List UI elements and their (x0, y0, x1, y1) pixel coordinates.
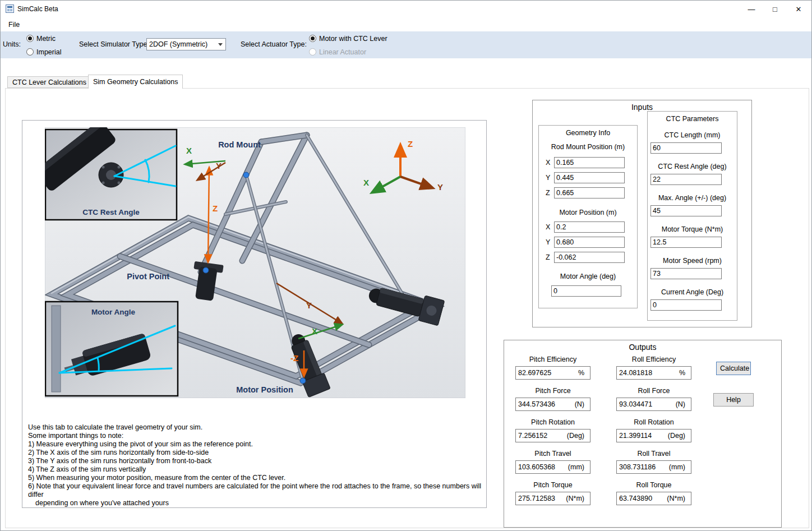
menu-bar: File (1, 17, 811, 31)
note-line: 6) Note that your equivalent linear forc… (28, 482, 486, 499)
pitch-torque-unit: (N*m) (566, 495, 584, 502)
close-button[interactable]: ✕ (786, 1, 811, 17)
roll-rotation-number: 21.399114 (619, 432, 652, 440)
note-line: 1) Measure everything using the pivot of… (28, 440, 486, 449)
radio-linear-actuator: Linear Actuator (309, 48, 366, 56)
pitch-rotation-label: Pitch Rotation (514, 418, 592, 426)
z-axis-label: Z (213, 204, 218, 213)
radio-imperial-label: Imperial (36, 48, 61, 56)
pitch-travel-unit: (mm) (568, 463, 584, 471)
roll-torque-unit: (N*m) (667, 495, 685, 502)
radio-metric-label: Metric (36, 35, 56, 43)
roll-travel-value: 308.731186 (mm) (616, 460, 691, 474)
motor-position-input-label: Motor Position (m) (539, 209, 637, 216)
radio-imperial[interactable]: Imperial (26, 48, 61, 56)
motor-pos-x-field[interactable] (554, 221, 625, 233)
ctc-rest-angle-input-label: CTC Rest Angle (deg) (648, 163, 737, 170)
y-axis-label: Y (216, 161, 222, 170)
roll-force-label: Roll Force (615, 387, 693, 395)
pivot-point-label: Pivot Point (127, 272, 169, 281)
motor-angle-inset: Motor Angle (45, 302, 178, 396)
simulator-type-select[interactable]: 2DOF (Symmetric) (146, 38, 226, 50)
pitch-force-label: Pitch Force (514, 387, 592, 395)
simulator-type-label: Select Simulator Type: (79, 40, 149, 48)
roll-efficiency-unit: % (679, 369, 685, 377)
pitch-travel-value: 103.605368 (mm) (515, 460, 590, 474)
current-angle-field[interactable] (650, 299, 722, 311)
x-axis-label: X (186, 146, 192, 155)
roll-rotation-value: 21.399114 (Deg) (616, 429, 691, 442)
pivot-point-marker (203, 267, 209, 273)
roll-torque-number: 63.743890 (619, 495, 652, 502)
app-icon (6, 4, 14, 13)
motor-angle-input-label: Motor Angle (deg) (539, 273, 637, 280)
note-line: Use this tab to calculate the travel geo… (28, 423, 486, 432)
ctc-length-field[interactable] (650, 142, 722, 154)
note-line: 2) The X axis of the sim runs horizontal… (28, 449, 486, 457)
geometry-info-title: Geometry Info (539, 129, 637, 137)
inputs-title: Inputs (533, 103, 751, 112)
neg-z-axis-label: -Z (290, 353, 298, 363)
motor-pos-y-field[interactable] (554, 237, 625, 248)
sim-diagram: Z X Y X Y Z Y X -Z Rod Mount Pivot Point… (45, 127, 465, 398)
radio-metric[interactable]: Metric (26, 34, 56, 43)
ctc-parameters-title: CTC Parameters (648, 115, 737, 123)
actuator-type-label: Select Actuator Type: (241, 40, 307, 48)
help-button[interactable]: Help (713, 393, 754, 407)
pitch-rotation-value: 7.256152 (Deg) (515, 429, 590, 442)
max-angle-field[interactable] (650, 205, 722, 216)
rod-mount-z-label: Z (546, 189, 550, 197)
ctc-length-label: CTC Length (mm) (648, 131, 737, 139)
note-line: Some important things to note: (28, 432, 486, 440)
units-label: Units: (3, 40, 21, 48)
simulator-type-selectwrap: 2DOF (Symmetric) (146, 38, 226, 50)
triad-y-label: Y (437, 182, 443, 192)
roll-torque-value: 63.743890 (N*m) (616, 492, 691, 505)
rod-mount-x-field[interactable] (554, 157, 625, 168)
triad-z-label: Z (408, 139, 413, 149)
note-line: 4) The Z axis of the sim runs vertically (28, 465, 486, 474)
pitch-torque-number: 275.712583 (518, 495, 555, 502)
motor-pos-y-label: Y (546, 238, 550, 246)
rod-mount-z-field[interactable] (554, 187, 625, 198)
motor-pos-z-field[interactable] (554, 252, 625, 263)
motor-angle-label: Motor Angle (91, 308, 136, 316)
outputs-title: Outputs (504, 343, 781, 352)
roll-travel-label: Roll Travel (615, 450, 693, 458)
ctc-parameters-group: CTC Parameters CTC Length (mm) CTC Rest … (647, 111, 737, 321)
pitch-efficiency-value: 82.697625 % (515, 366, 590, 380)
roll-force-unit: (N) (676, 400, 685, 408)
motor-speed-label: Motor Speed (rpm) (648, 257, 737, 265)
rod-mount-position-label: Rod Mount Position (m) (539, 143, 637, 151)
x-axis-mid-label: X (312, 326, 317, 336)
window-title: SimCalc Beta (17, 5, 58, 13)
motor-torque-label: Motor Torque (N*m) (648, 225, 737, 233)
radio-linear-actuator-label: Linear Actuator (319, 48, 366, 56)
menu-file[interactable]: File (5, 20, 23, 30)
motor-speed-field[interactable] (650, 268, 722, 279)
rod-mount-label: Rod Mount (218, 140, 261, 149)
rod-mount-x-label: X (546, 159, 550, 167)
motor-torque-field[interactable] (650, 237, 722, 248)
tab-sim-geometry-calculations[interactable]: Sim Geometry Calculations (88, 75, 183, 89)
calculate-button[interactable]: Calculate (716, 362, 751, 375)
roll-force-number: 93.034471 (619, 400, 652, 408)
pitch-efficiency-unit: % (578, 369, 584, 377)
roll-travel-number: 308.731186 (619, 463, 656, 471)
pitch-travel-number: 103.605368 (518, 463, 555, 471)
tab-ctc-lever-calculations[interactable]: CTC Lever Calculations (7, 76, 91, 88)
pitch-force-number: 344.573436 (518, 400, 555, 408)
motor-position-point (300, 378, 306, 384)
pitch-torque-label: Pitch Torque (514, 481, 592, 489)
radio-motor-ctc-label: Motor with CTC Lever (319, 35, 387, 43)
motor-angle-field[interactable] (551, 285, 621, 297)
radio-motor-ctc[interactable]: Motor with CTC Lever (309, 34, 387, 43)
rod-mount-point (243, 172, 249, 178)
ctc-rest-angle-field[interactable] (650, 174, 722, 185)
y-axis-mid-label: Y (306, 301, 312, 310)
maximize-button[interactable]: □ (762, 1, 788, 17)
roll-efficiency-label: Roll Efficiency (615, 355, 693, 363)
rod-mount-y-field[interactable] (554, 172, 625, 183)
minimize-button[interactable]: — (739, 1, 764, 17)
pitch-efficiency-label: Pitch Efficiency (514, 355, 592, 363)
